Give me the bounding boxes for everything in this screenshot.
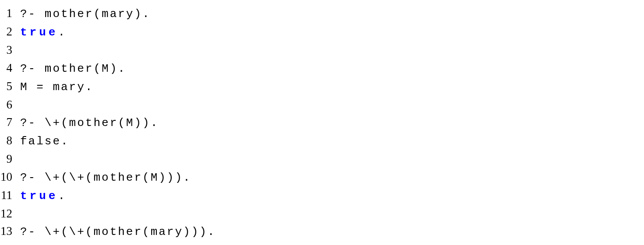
code-content: true.	[20, 242, 66, 245]
code-line: 2true.	[0, 23, 644, 41]
code-block: 1?- mother(mary).2true.34?- mother(M).5M…	[0, 4, 644, 245]
line-number: 8	[0, 132, 20, 150]
line-number: 1	[0, 4, 20, 22]
code-content: true.	[20, 24, 66, 41]
line-number: 12	[0, 205, 20, 223]
code-token: ?- mother(mary).	[20, 7, 151, 21]
code-line: 6	[0, 96, 644, 114]
line-number: 2	[0, 23, 20, 41]
code-line: 13?- \+(\+(mother(mary))).	[0, 222, 644, 241]
code-line: 7?- \+(mother(M)).	[0, 113, 644, 132]
code-content: ?- \+(\+(mother(mary))).	[20, 224, 216, 241]
keyword-token: true	[20, 189, 58, 203]
code-token: false.	[20, 135, 69, 148]
code-line: 4?- mother(M).	[0, 59, 644, 77]
line-number: 14	[0, 241, 20, 245]
code-line: 12	[0, 205, 644, 223]
code-token: ?- \+(\+(mother(mary))).	[20, 225, 216, 238]
code-line: 14true.	[0, 241, 644, 245]
code-token: .	[58, 26, 66, 39]
line-number: 5	[0, 77, 20, 95]
code-content: true.	[20, 188, 66, 205]
code-token: .	[58, 189, 66, 203]
code-line: 11true.	[0, 186, 644, 205]
code-token: M = mary.	[20, 80, 93, 94]
code-line: 3	[0, 41, 644, 59]
code-content: ?- mother(mary).	[20, 6, 151, 23]
code-content: M = mary.	[20, 79, 93, 96]
line-number: 7	[0, 113, 20, 131]
code-content: ?- \+(mother(M)).	[20, 115, 159, 132]
code-token: ?- mother(M).	[20, 62, 126, 75]
line-number: 13	[0, 222, 20, 240]
code-token: ?- \+(mother(M)).	[20, 116, 159, 130]
code-token: ?- \+(\+(mother(M))).	[20, 171, 191, 184]
code-line: 10?- \+(\+(mother(M))).	[0, 168, 644, 186]
keyword-token: true	[20, 26, 58, 39]
code-content: false.	[20, 133, 69, 150]
line-number: 4	[0, 59, 20, 77]
code-line: 9	[0, 150, 644, 168]
line-number: 10	[0, 168, 20, 186]
line-number: 3	[0, 41, 20, 59]
line-number: 11	[0, 186, 20, 204]
code-content: ?- \+(\+(mother(M))).	[20, 169, 191, 186]
code-line: 8false.	[0, 132, 644, 150]
code-line: 5M = mary.	[0, 77, 644, 96]
code-line: 1?- mother(mary).	[0, 4, 644, 23]
line-number: 9	[0, 150, 20, 168]
code-content: ?- mother(M).	[20, 60, 126, 77]
line-number: 6	[0, 96, 20, 114]
